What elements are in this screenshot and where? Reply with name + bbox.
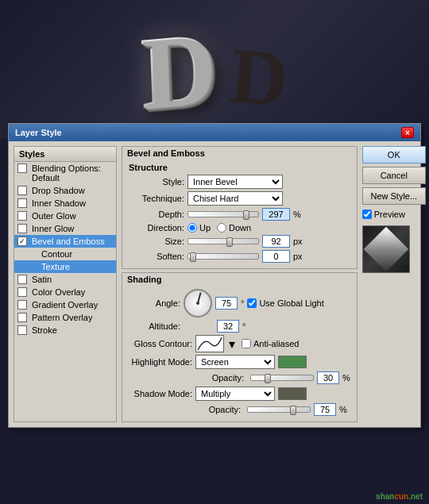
styles-panel: Styles Blending Options: Default Drop Sh…	[14, 146, 117, 422]
ok-button[interactable]: OK	[362, 146, 426, 164]
anti-aliased-checkbox[interactable]	[242, 339, 251, 348]
checkbox-bevel-emboss[interactable]	[17, 237, 27, 246]
style-label: Style:	[129, 177, 184, 187]
size-unit: px	[293, 237, 303, 246]
checkbox-satin[interactable]	[17, 275, 27, 284]
bevel-emboss-content: Structure Style: Inner Bevel Technique: …	[122, 160, 357, 268]
shadow-opacity-slider[interactable]	[247, 406, 311, 413]
direction-row: Direction: Up Down	[129, 223, 350, 233]
direction-down-radio[interactable]	[217, 223, 226, 233]
angle-dial[interactable]	[184, 289, 212, 317]
shadow-color-swatch[interactable]	[278, 387, 307, 400]
soften-slider-thumb[interactable]	[190, 252, 196, 262]
size-row: Size: px	[129, 235, 350, 248]
sidebar-item-drop-shadow[interactable]: Drop Shadow	[14, 184, 116, 197]
anti-aliased-label[interactable]: Anti-aliased	[242, 339, 299, 348]
shading-title: Shading	[122, 273, 357, 286]
angle-unit: °	[241, 298, 244, 308]
checkbox-inner-glow[interactable]	[17, 224, 27, 233]
altitude-unit: °	[242, 321, 245, 331]
close-button[interactable]: ×	[401, 127, 414, 138]
size-slider[interactable]	[187, 238, 259, 244]
style-select[interactable]: Inner Bevel	[187, 175, 283, 189]
depth-unit: %	[293, 210, 301, 219]
soften-unit: px	[293, 252, 303, 261]
preview-checkbox[interactable]	[362, 210, 372, 219]
altitude-input[interactable]	[217, 320, 239, 333]
direction-up-label[interactable]: Up	[187, 223, 211, 233]
depth-slider-thumb[interactable]	[243, 210, 249, 220]
highlight-mode-row: Highlight Mode: Screen	[129, 355, 350, 369]
global-light-checkbox[interactable]	[247, 298, 257, 308]
sidebar-item-texture[interactable]: Texture	[14, 260, 116, 273]
sidebar-item-inner-shadow[interactable]: Inner Shadow	[14, 197, 116, 210]
highlight-opacity-slider[interactable]	[250, 375, 314, 381]
technique-label: Technique:	[129, 194, 184, 203]
preview-label[interactable]: Preview	[362, 210, 429, 219]
highlight-mode-select[interactable]: Screen	[195, 355, 275, 369]
soften-slider[interactable]	[187, 253, 259, 260]
sidebar-item-stroke[interactable]: Stroke	[14, 324, 116, 337]
soften-row: Soften: px	[129, 250, 350, 263]
highlight-color-swatch[interactable]	[278, 356, 307, 368]
direction-label: Direction:	[129, 223, 184, 233]
gloss-contour-preview[interactable]	[195, 335, 224, 352]
checkbox-blending[interactable]	[17, 164, 27, 173]
sidebar-item-contour[interactable]: Contour	[14, 248, 116, 260]
depth-input[interactable]	[262, 208, 290, 221]
direction-radio-group: Up Down	[187, 223, 251, 233]
size-input[interactable]	[262, 235, 290, 248]
checkbox-outer-glow[interactable]	[17, 211, 27, 221]
style-row: Style: Inner Bevel	[129, 175, 350, 189]
technique-select[interactable]: Chisel Hard	[187, 191, 283, 206]
checkbox-inner-shadow[interactable]	[17, 198, 27, 208]
sidebar-item-bevel-emboss[interactable]: Bevel and Emboss	[14, 235, 116, 248]
layer-style-dialog: Layer Style × Styles Blending Options: D…	[8, 123, 421, 428]
contour-dropdown-icon[interactable]: ▾	[229, 337, 235, 352]
canvas-area: D D	[0, 0, 429, 139]
cancel-button[interactable]: Cancel	[362, 167, 426, 184]
direction-down-label[interactable]: Down	[217, 223, 251, 233]
checkbox-gradient-overlay[interactable]	[17, 300, 27, 310]
soften-input[interactable]	[262, 250, 290, 263]
sidebar-item-blending[interactable]: Blending Options: Default	[14, 162, 116, 184]
bevel-emboss-title: Bevel and Emboss	[122, 147, 357, 160]
shadow-mode-label: Shadow Mode:	[129, 389, 192, 398]
angle-input[interactable]	[215, 297, 238, 310]
sidebar-item-gradient-overlay[interactable]: Gradient Overlay	[14, 298, 116, 311]
gloss-contour-label: Gloss Contour:	[129, 339, 192, 348]
sidebar-item-satin[interactable]: Satin	[14, 273, 116, 286]
sidebar-item-inner-glow[interactable]: Inner Glow	[14, 222, 116, 235]
altitude-label: Altitude:	[129, 321, 180, 331]
structure-title: Structure	[129, 163, 350, 172]
canvas-letter-d: D	[138, 6, 217, 132]
angle-label: Angle:	[129, 298, 180, 308]
middle-panel: Bevel and Emboss Structure Style: Inner …	[122, 146, 358, 422]
global-light-label[interactable]: Use Global Light	[247, 298, 323, 308]
highlight-opacity-input[interactable]	[317, 371, 339, 384]
checkbox-color-overlay[interactable]	[17, 287, 27, 297]
checkbox-pattern-overlay[interactable]	[17, 313, 27, 322]
sidebar-item-outer-glow[interactable]: Outer Glow	[14, 210, 116, 222]
highlight-opacity-thumb[interactable]	[265, 374, 271, 383]
soften-label: Soften:	[129, 252, 184, 261]
highlight-mode-label: Highlight Mode:	[129, 357, 192, 367]
checkbox-stroke[interactable]	[17, 325, 27, 335]
size-slider-thumb[interactable]	[226, 237, 233, 247]
sidebar-item-pattern-overlay[interactable]: Pattern Overlay	[14, 311, 116, 324]
sidebar-item-color-overlay[interactable]: Color Overlay	[14, 286, 116, 298]
shadow-mode-row: Shadow Mode: Multiply	[129, 387, 350, 401]
canvas-letter-d2: D	[226, 29, 292, 125]
direction-up-radio[interactable]	[187, 223, 197, 233]
size-label: Size:	[129, 237, 184, 246]
shadow-opacity-thumb[interactable]	[290, 406, 296, 415]
shadow-opacity-input[interactable]	[314, 403, 336, 416]
new-style-button[interactable]: New Style...	[362, 187, 426, 205]
dialog-titlebar: Layer Style ×	[9, 124, 420, 141]
dialog-title: Layer Style	[15, 128, 62, 137]
depth-slider[interactable]	[187, 211, 259, 217]
highlight-opacity-static-label: Opacity:	[195, 373, 247, 383]
checkbox-drop-shadow[interactable]	[17, 186, 27, 195]
angle-row: Angle: ° Use Global Light	[129, 289, 350, 317]
shadow-mode-select[interactable]: Multiply	[195, 387, 275, 401]
